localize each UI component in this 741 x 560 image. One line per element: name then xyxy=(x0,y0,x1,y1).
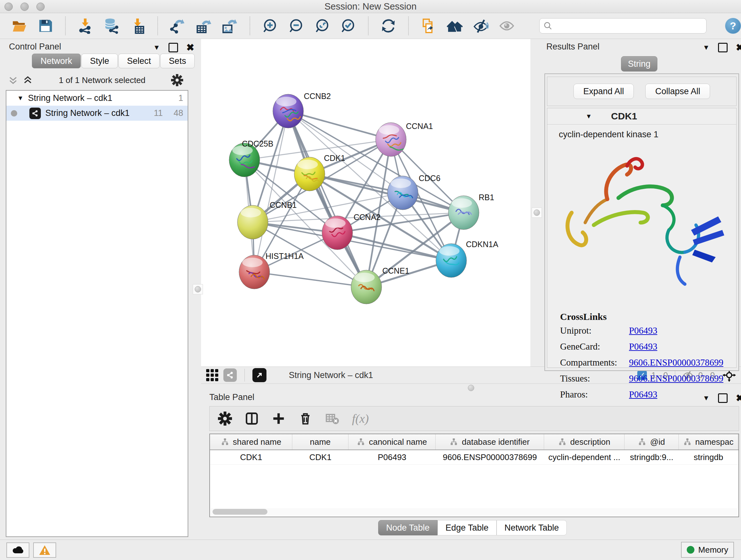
collapse-all-button[interactable]: Collapse All xyxy=(645,84,710,99)
column-header-canonical-name[interactable]: canonical name xyxy=(348,434,435,449)
expand-all-icon[interactable] xyxy=(22,75,33,85)
help-icon[interactable]: ? xyxy=(725,18,741,34)
network-node-ccna2[interactable] xyxy=(322,216,353,250)
column-header-namespac[interactable]: namespac xyxy=(679,434,738,449)
table-cell[interactable]: CDK1 xyxy=(210,450,292,464)
bottom-splitter-handle[interactable] xyxy=(466,383,476,393)
network-node-ccnb2[interactable] xyxy=(273,94,304,128)
cloud-status-button[interactable] xyxy=(6,543,29,558)
column-header-database-identifier[interactable]: database identifier xyxy=(435,434,544,449)
crosslink-uniprot-link[interactable]: P06493 xyxy=(629,325,657,336)
float-panel-icon[interactable] xyxy=(718,393,728,403)
table-cell[interactable]: stringdb xyxy=(679,450,738,464)
column-header-description[interactable]: description xyxy=(544,434,624,449)
export-image-icon[interactable] xyxy=(221,17,238,34)
horizontal-scrollbar[interactable] xyxy=(211,508,737,515)
import-table-icon[interactable] xyxy=(129,17,146,34)
collapse-gene-icon[interactable]: ▼ xyxy=(586,113,592,120)
network-edge[interactable] xyxy=(288,111,366,287)
tab-sets[interactable]: Sets xyxy=(160,54,195,68)
export-table-icon[interactable] xyxy=(196,17,212,34)
float-panel-icon[interactable] xyxy=(169,43,178,52)
column-header--id[interactable]: @id xyxy=(624,434,679,449)
network-canvas[interactable]: CCNB2CCNA1CDC25BCDK1CDC6RB1CCNB1CCNA2CDK… xyxy=(201,39,530,367)
toolbar-separator xyxy=(250,17,250,35)
zoom-fit-icon[interactable] xyxy=(314,17,331,34)
network-node-ccnb1[interactable] xyxy=(238,205,268,239)
zoom-selected-icon[interactable] xyxy=(340,17,357,34)
crosslink-tissues-link[interactable]: 9606.ENSP00000378699 xyxy=(629,373,724,384)
tree-expand-icon[interactable]: ▼ xyxy=(17,95,23,102)
export-network-icon[interactable] xyxy=(170,17,186,34)
birds-eye-view-icon[interactable] xyxy=(206,369,218,381)
show-graphics-details-icon[interactable] xyxy=(499,17,515,34)
network-edge[interactable] xyxy=(254,272,366,287)
crosslink-genecard-link[interactable]: P06493 xyxy=(629,341,657,352)
network-overview-icon[interactable] xyxy=(223,368,237,382)
expand-all-button[interactable]: Expand All xyxy=(574,84,634,99)
network-collection-row[interactable]: ▼ String Network – cdk1 1 xyxy=(6,91,188,106)
column-header-shared-name[interactable]: shared name xyxy=(210,434,292,449)
network-node-ccna1[interactable] xyxy=(376,123,406,157)
control-panel-title: Control Panel xyxy=(9,41,61,52)
panel-menu-icon[interactable]: ▼ xyxy=(703,394,710,402)
toolbar-separator xyxy=(368,17,368,35)
first-neighbors-icon[interactable] xyxy=(447,17,463,34)
close-panel-icon[interactable]: ✖ xyxy=(736,43,741,52)
network-node-cdk1[interactable] xyxy=(294,157,325,191)
float-panel-icon[interactable] xyxy=(718,43,728,52)
detach-view-icon[interactable] xyxy=(253,368,266,382)
collapse-all-icon[interactable] xyxy=(8,75,18,85)
tab-style[interactable]: Style xyxy=(81,54,118,68)
import-network-from-database-icon[interactable] xyxy=(103,17,120,34)
left-splitter-handle[interactable] xyxy=(193,284,203,294)
gear-icon[interactable] xyxy=(171,74,183,86)
crosslink-pharos-link[interactable]: P06493 xyxy=(629,389,657,400)
tab-node-table[interactable]: Node Table xyxy=(378,520,437,536)
panel-menu-icon[interactable]: ▼ xyxy=(703,44,710,52)
close-panel-icon[interactable]: ✖ xyxy=(186,43,194,52)
network-row[interactable]: String Network – cdk1 11 48 xyxy=(6,106,188,121)
table-cell[interactable]: stringdb:9... xyxy=(624,450,679,464)
search-input[interactable] xyxy=(556,21,702,31)
tab-network-table[interactable]: Network Table xyxy=(496,520,567,536)
table-cell[interactable]: CDK1 xyxy=(292,450,348,464)
tab-string[interactable]: String xyxy=(621,56,657,71)
show-columns-icon[interactable] xyxy=(245,412,259,426)
scrollbar-thumb[interactable] xyxy=(212,509,267,515)
import-network-from-file-icon[interactable] xyxy=(77,17,94,34)
table-cell[interactable]: P06493 xyxy=(348,450,435,464)
table-row[interactable]: CDK1CDK1P064939606.ENSP00000378699cyclin… xyxy=(210,450,738,464)
close-panel-icon[interactable]: ✖ xyxy=(736,393,741,403)
network-node-hist1h1a[interactable] xyxy=(239,255,270,289)
table-cell[interactable]: 9606.ENSP00000378699 xyxy=(435,450,544,464)
zoom-out-icon[interactable] xyxy=(288,17,305,34)
delete-column-icon[interactable] xyxy=(298,412,313,426)
hide-graphics-details-icon[interactable] xyxy=(473,17,489,34)
save-session-icon[interactable] xyxy=(37,17,54,34)
column-header-name[interactable]: name xyxy=(292,434,348,449)
zoom-in-icon[interactable] xyxy=(262,17,278,34)
tab-network[interactable]: Network xyxy=(32,54,81,68)
open-session-icon[interactable] xyxy=(11,17,27,34)
network-node-cdkn1a[interactable] xyxy=(436,244,467,277)
network-node-ccne1[interactable] xyxy=(351,270,382,304)
tab-select[interactable]: Select xyxy=(118,54,159,68)
tab-edge-table[interactable]: Edge Table xyxy=(437,520,496,536)
network-node-cdc6[interactable] xyxy=(387,176,418,210)
window-title: Session: New Session xyxy=(0,1,741,12)
table-options-gear-icon[interactable] xyxy=(218,412,232,426)
refresh-icon[interactable] xyxy=(380,17,397,34)
table-cell[interactable]: cyclin-dependent ... xyxy=(544,450,624,464)
memory-button[interactable]: Memory xyxy=(681,542,734,558)
cytoscape-window: { "window": { "title": "Session: New Ses… xyxy=(0,0,741,560)
warnings-button[interactable] xyxy=(33,543,56,558)
duplicate-network-icon[interactable] xyxy=(420,17,437,34)
panel-menu-icon[interactable]: ▼ xyxy=(153,44,160,52)
table-body: CDK1CDK1P064939606.ENSP00000378699cyclin… xyxy=(210,450,738,464)
network-edge[interactable] xyxy=(254,111,288,272)
create-column-icon[interactable] xyxy=(272,412,286,426)
right-splitter-handle[interactable] xyxy=(532,207,542,218)
network-node-rb1[interactable] xyxy=(448,196,479,230)
crosslink-compartments-link[interactable]: 9606.ENSP00000378699 xyxy=(629,357,724,368)
